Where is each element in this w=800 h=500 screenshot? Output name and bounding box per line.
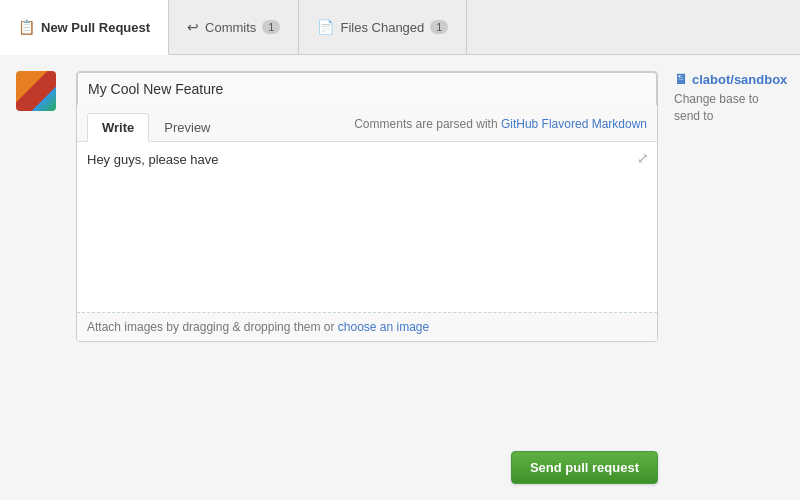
- files-changed-badge: 1: [430, 20, 448, 34]
- avatar: [16, 71, 56, 111]
- pull-request-icon: 📋: [18, 19, 35, 35]
- pr-title-input[interactable]: [77, 72, 657, 105]
- markdown-hint: Comments are parsed with GitHub Flavored…: [354, 117, 647, 137]
- tab-files-changed[interactable]: 📄 Files Changed 1: [299, 0, 467, 54]
- repo-name: clabot/sandbox: [692, 72, 787, 87]
- editor-tabs: Write Preview Comments are parsed with G…: [77, 105, 657, 142]
- commits-badge: 1: [262, 20, 280, 34]
- fullscreen-icon[interactable]: ⤢: [637, 150, 649, 166]
- commits-icon: ↩: [187, 19, 199, 35]
- send-pull-request-button[interactable]: Send pull request: [511, 451, 658, 484]
- send-button-row: Send pull request: [16, 441, 658, 484]
- pr-body-textarea[interactable]: Hey guys, please have: [77, 142, 657, 312]
- repo-icon: 🖥: [674, 71, 688, 87]
- tab-bar: 📋 New Pull Request ↩ Commits 1 📄 Files C…: [0, 0, 800, 55]
- tab-commits[interactable]: ↩ Commits 1: [169, 0, 299, 54]
- markdown-link[interactable]: GitHub Flavored Markdown: [501, 117, 647, 131]
- write-tab[interactable]: Write: [87, 113, 149, 142]
- main-content: Write Preview Comments are parsed with G…: [0, 55, 800, 500]
- tab-label-commits: Commits: [205, 20, 256, 35]
- change-base-text: Change base to send to: [674, 91, 784, 125]
- tab-new-pull-request[interactable]: 📋 New Pull Request: [0, 0, 169, 55]
- pr-form: Write Preview Comments are parsed with G…: [76, 71, 658, 342]
- attach-bar: Attach images by dragging & dropping the…: [77, 312, 657, 341]
- tab-label-files-changed: Files Changed: [340, 20, 424, 35]
- preview-tab[interactable]: Preview: [149, 113, 225, 142]
- tab-label-new-pull-request: New Pull Request: [41, 20, 150, 35]
- files-changed-icon: 📄: [317, 19, 334, 35]
- choose-image-link[interactable]: choose an image: [338, 320, 429, 334]
- repo-link[interactable]: 🖥 clabot/sandbox: [674, 71, 787, 87]
- textarea-wrapper: Hey guys, please have ⤢: [77, 142, 657, 312]
- right-panel: 🖥 clabot/sandbox Change base to send to: [674, 71, 784, 484]
